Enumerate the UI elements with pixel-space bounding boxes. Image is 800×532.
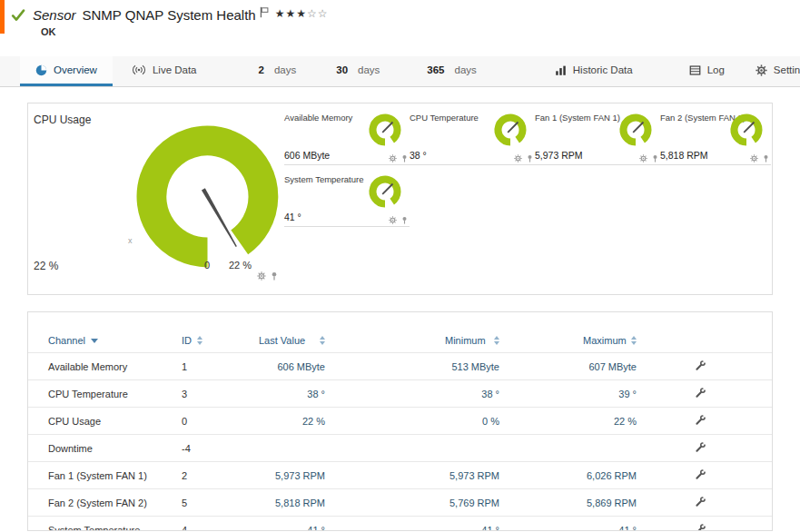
- mini-gauge-cpu-temperature: CPU Temperature 38 °: [410, 111, 535, 165]
- spacer: [325, 489, 445, 517]
- gauge-pin-icon[interactable]: [526, 154, 534, 163]
- spacer: [325, 380, 445, 408]
- tab-settings[interactable]: Settings: [740, 56, 800, 86]
- priority-accent-bar: [0, 0, 5, 34]
- channel-name[interactable]: System Temperature: [48, 517, 182, 532]
- mini-gauge-fan-2: Fan 2 (System FAN 2) 5,818 RPM: [660, 111, 771, 165]
- mini-gauge-dial: [363, 173, 407, 213]
- maximum-value: 22 %: [583, 408, 637, 435]
- gauge-pin-icon[interactable]: [400, 216, 409, 224]
- sort-toggle-icon: [320, 336, 325, 345]
- main-gauge-title: CPU Usage: [34, 113, 91, 126]
- tab-2-days[interactable]: 2days: [243, 56, 312, 86]
- spacer: [325, 408, 445, 435]
- tab-bar: Overview Live Data 2days 30days 365days …: [0, 56, 800, 87]
- spacer: [28, 408, 48, 435]
- channel-settings-wrench-icon[interactable]: [695, 523, 706, 531]
- channel-id: 2: [182, 462, 259, 489]
- channel-name[interactable]: Fan 2 (System FAN 2): [48, 489, 182, 517]
- tab-365-days-number: 365: [427, 64, 444, 75]
- channel-settings-wrench-icon[interactable]: [695, 441, 706, 453]
- mini-gauge-dial: [363, 112, 407, 152]
- mini-gauge-title: System Temperature: [284, 174, 363, 184]
- channel-id: 3: [182, 380, 259, 408]
- channel-id: -4: [182, 435, 259, 462]
- gauge-pin-icon[interactable]: [270, 271, 279, 281]
- mini-gauge-available-memory: Available Memory 606 MByte: [284, 111, 410, 165]
- spacer: [28, 489, 48, 517]
- gauge-scale-min: 0: [204, 260, 210, 271]
- gauge-settings-gear-icon[interactable]: [750, 154, 758, 163]
- maximum-value: 5,869 RPM: [583, 489, 637, 517]
- sensor-header: Sensor SNMP QNAP System Health ★★★☆☆ OK: [0, 0, 800, 56]
- column-header-maximum[interactable]: Maximum: [583, 329, 637, 353]
- sort-toggle-icon: [631, 336, 637, 345]
- page-title: SNMP QNAP System Health: [83, 7, 256, 23]
- channels-table: Channel ID Last Value Minimum Maximum: [28, 329, 772, 531]
- channels-panel: Channel ID Last Value Minimum Maximum: [27, 311, 773, 531]
- mini-gauge-title: Available Memory: [284, 113, 352, 123]
- column-header-minimum[interactable]: Minimum: [445, 329, 499, 353]
- channel-settings-wrench-icon[interactable]: [695, 387, 706, 399]
- channel-name[interactable]: Downtime: [48, 435, 182, 462]
- column-header-last-value[interactable]: Last Value: [259, 329, 325, 353]
- channel-id: 4: [182, 517, 259, 532]
- gauge-pin-icon[interactable]: [651, 154, 659, 163]
- stars-empty[interactable]: ☆☆: [307, 7, 329, 20]
- column-header-channel[interactable]: Channel: [48, 329, 182, 353]
- tab-2-days-number: 2: [259, 64, 264, 75]
- minimum-value: [445, 435, 499, 462]
- gauge-settings-gear-icon[interactable]: [257, 271, 266, 281]
- table-row: CPU Usage 0 22 % 0 % 22 %: [28, 408, 772, 435]
- channel-name[interactable]: CPU Temperature: [48, 380, 182, 408]
- minimum-value: 513 MByte: [445, 353, 499, 380]
- maximum-value: 39 °: [583, 380, 637, 408]
- gauge-settings-gear-icon[interactable]: [514, 154, 522, 163]
- channel-name[interactable]: Available Memory: [48, 353, 182, 380]
- channel-settings-wrench-icon[interactable]: [695, 468, 706, 480]
- spacer: [499, 462, 583, 489]
- mini-gauge-controls: [389, 154, 409, 163]
- tab-30-days[interactable]: 30days: [321, 56, 395, 86]
- spacer: [28, 435, 48, 462]
- gauge-settings-gear-icon[interactable]: [389, 216, 397, 224]
- maximum-value: 41 °: [583, 517, 637, 532]
- mini-gauge-controls: [389, 216, 409, 224]
- spacer: [499, 380, 583, 408]
- channel-settings-wrench-icon[interactable]: [695, 496, 706, 507]
- minimum-value: 0 %: [445, 408, 499, 435]
- channel-name[interactable]: Fan 1 (System FAN 1): [48, 462, 182, 489]
- gauge-pin-icon[interactable]: [400, 154, 409, 163]
- last-value: 38 °: [259, 380, 325, 408]
- spacer: [28, 462, 48, 489]
- bar-chart-icon: [555, 64, 567, 76]
- tab-365-days-unit: days: [455, 64, 477, 75]
- gauge-settings-gear-icon[interactable]: [639, 154, 647, 163]
- channel-settings-wrench-icon[interactable]: [695, 414, 706, 426]
- spacer: [28, 329, 48, 353]
- tab-365-days[interactable]: 365days: [411, 56, 491, 86]
- last-value: 41 °: [259, 517, 325, 532]
- tab-live-data[interactable]: Live Data: [116, 56, 212, 86]
- spacer: [499, 435, 583, 462]
- channel-id: 0: [182, 408, 259, 435]
- table-row: Available Memory 1 606 MByte 513 MByte 6…: [28, 353, 772, 380]
- tab-historic-data[interactable]: Historic Data: [539, 56, 648, 86]
- spacer: [499, 517, 583, 532]
- gauge-pin-icon[interactable]: [762, 154, 770, 163]
- spacer: [499, 408, 583, 435]
- stars-filled[interactable]: ★★★: [275, 7, 307, 20]
- column-header-id-label: ID: [182, 335, 192, 346]
- priority-stars[interactable]: ★★★☆☆: [275, 7, 329, 20]
- maximum-value: 607 MByte: [583, 353, 637, 380]
- sort-desc-icon: [91, 339, 98, 343]
- channel-name[interactable]: CPU Usage: [48, 408, 182, 435]
- minimum-value: 5,973 RPM: [445, 462, 499, 489]
- channel-settings-wrench-icon[interactable]: [695, 360, 706, 371]
- tab-log[interactable]: Log: [674, 56, 740, 86]
- spacer: [499, 329, 583, 353]
- gauge-scale-max: 22 %: [229, 260, 252, 271]
- gauge-settings-gear-icon[interactable]: [389, 154, 397, 163]
- tab-overview[interactable]: Overview: [20, 56, 113, 86]
- column-header-id[interactable]: ID: [182, 329, 259, 353]
